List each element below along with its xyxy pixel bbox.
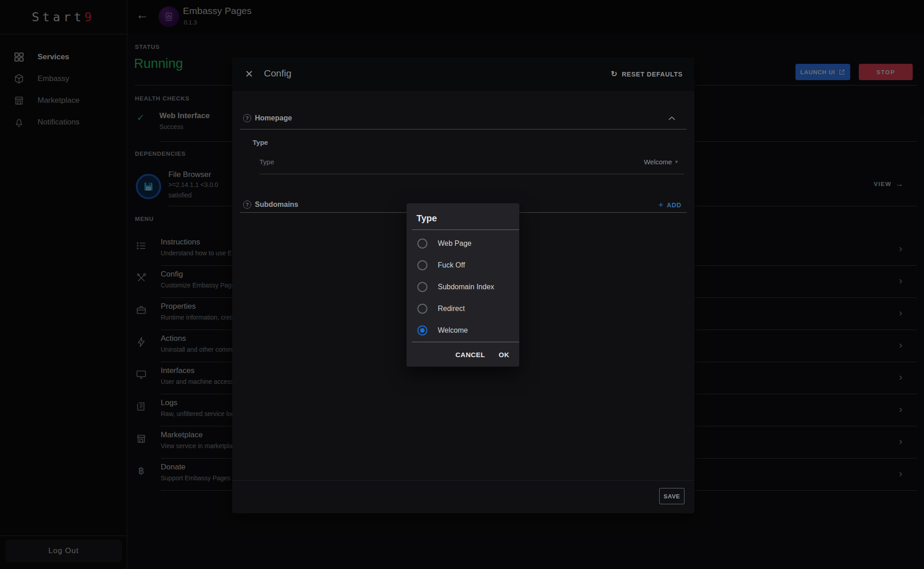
radio-icon [417,260,427,270]
radio-icon [417,239,427,249]
divider [412,230,519,230]
radio-option-label: Web Page [438,239,471,248]
radio-selected-icon [417,325,427,335]
type-dialog-buttons: CANCEL OK [407,346,519,363]
radio-option-label: Subdomain Index [438,283,494,291]
radio-icon [417,304,427,314]
radio-option-label: Redirect [438,305,465,313]
type-dialog: Type Web Page Fuck Off Subdomain Index R… [407,203,519,367]
cancel-button[interactable]: CANCEL [455,351,485,359]
radio-option-label: Fuck Off [438,261,465,269]
radio-option-web-page[interactable]: Web Page [407,233,519,254]
app-window: Start9 Services Embassy Marketplace No [0,0,924,569]
radio-option-label: Welcome [438,326,468,335]
radio-option-subdomain-index[interactable]: Subdomain Index [407,276,519,298]
type-dialog-title: Type [417,213,437,224]
radio-option-redirect[interactable]: Redirect [407,298,519,320]
radio-icon [417,282,427,292]
radio-option-welcome[interactable]: Welcome [407,320,519,341]
ok-button[interactable]: OK [499,351,510,359]
radio-option-fuck-off[interactable]: Fuck Off [407,254,519,276]
divider [412,342,519,342]
